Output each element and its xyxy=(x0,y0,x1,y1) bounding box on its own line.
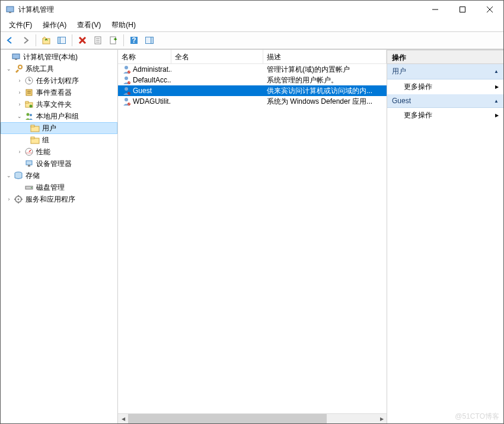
svg-point-47 xyxy=(125,66,128,69)
expand-icon[interactable]: › xyxy=(15,88,24,97)
tree-storage[interactable]: ⌄ 存储 xyxy=(1,170,117,181)
tree-root[interactable]: 计算机管理(本地) xyxy=(1,51,117,63)
list-row[interactable]: Guest供来宾访问计算机或访问域的内... xyxy=(118,85,387,96)
scroll-left-icon[interactable]: ◀ xyxy=(118,414,128,423)
tree-local-users[interactable]: ⌄ 本地用户和组 xyxy=(1,110,117,122)
forward-button[interactable] xyxy=(18,33,33,47)
expand-icon[interactable]: › xyxy=(4,195,14,204)
list-row[interactable]: Administrat...管理计算机(域)的内置帐户 xyxy=(118,64,387,75)
tree-panel[interactable]: 计算机管理(本地) ⌄ 系统工具 › 任务计划程序 › 事件查看器 › 共享文件… xyxy=(1,50,118,423)
user-icon xyxy=(122,86,131,95)
tree-device-manager[interactable]: 设备管理器 xyxy=(1,158,117,170)
tree-users[interactable]: 用户 xyxy=(1,122,117,134)
list-row[interactable]: DefaultAcc...系统管理的用户帐户。 xyxy=(118,75,387,85)
back-button[interactable] xyxy=(3,33,17,47)
expand-icon[interactable]: › xyxy=(15,147,24,157)
titlebar: 计算机管理 xyxy=(1,1,503,18)
menu-help[interactable]: 帮助(H) xyxy=(107,19,141,31)
cell-desc: 系统管理的用户帐户。 xyxy=(263,75,387,85)
scroll-right-icon[interactable]: ▶ xyxy=(377,414,387,423)
performance-icon xyxy=(24,147,34,157)
tree-groups[interactable]: 组 xyxy=(1,134,117,146)
folder-icon xyxy=(30,135,40,145)
close-button[interactable] xyxy=(476,1,503,18)
tree-disk-management[interactable]: 磁盘管理 xyxy=(1,181,117,193)
minimize-button[interactable] xyxy=(422,1,449,18)
show-hide-tree-button[interactable] xyxy=(55,33,69,47)
col-name[interactable]: 名称 xyxy=(118,50,171,63)
action-more-users[interactable]: 更多操作 ▶ xyxy=(387,79,503,94)
svg-rect-20 xyxy=(12,54,20,59)
help-button[interactable]: ? xyxy=(127,33,141,47)
svg-point-51 xyxy=(125,87,128,91)
section-label: 用户 xyxy=(392,66,406,76)
svg-point-32 xyxy=(27,113,30,116)
cell-name: Guest xyxy=(133,87,152,95)
collapse-icon: ▲ xyxy=(494,69,499,74)
svg-rect-37 xyxy=(31,137,34,139)
tree-task-scheduler[interactable]: › 任务计划程序 xyxy=(1,75,117,87)
col-desc[interactable]: 描述 xyxy=(263,50,387,63)
svg-rect-30 xyxy=(25,101,28,103)
collapse-icon[interactable]: ⌄ xyxy=(4,171,14,180)
delete-button[interactable] xyxy=(75,33,90,47)
toolbar-separator xyxy=(123,34,124,46)
menu-view[interactable]: 查看(V) xyxy=(72,19,106,31)
tree-label: 共享文件夹 xyxy=(36,100,72,110)
collapse-icon[interactable]: ⌄ xyxy=(4,64,14,74)
list-row[interactable]: WDAGUtilit...系统为 Windows Defender 应用... xyxy=(118,96,387,107)
tree-services-apps[interactable]: › 服务和应用程序 xyxy=(1,193,117,205)
svg-point-44 xyxy=(31,187,32,189)
action-section-users[interactable]: 用户 ▲ xyxy=(387,64,503,79)
action-more-guest[interactable]: 更多操作 ▶ xyxy=(387,108,503,123)
action-label: 更多操作 xyxy=(404,110,432,120)
shared-folder-icon xyxy=(24,100,34,109)
export-button[interactable] xyxy=(106,33,120,47)
svg-rect-35 xyxy=(31,125,34,127)
submenu-icon: ▶ xyxy=(495,84,499,90)
tree-performance[interactable]: › 性能 xyxy=(1,146,117,158)
scroll-thumb[interactable] xyxy=(128,414,327,423)
list-body[interactable]: Administrat...管理计算机(域)的内置帐户DefaultAcc...… xyxy=(118,64,387,413)
up-button[interactable] xyxy=(39,33,53,47)
user-icon xyxy=(122,75,131,85)
menu-action[interactable]: 操作(A) xyxy=(38,19,71,31)
svg-rect-21 xyxy=(15,59,17,60)
tree-label: 存储 xyxy=(25,171,40,181)
col-fullname[interactable]: 全名 xyxy=(171,50,263,63)
tree-shared-folders[interactable]: › 共享文件夹 xyxy=(1,98,117,110)
device-icon xyxy=(24,159,34,168)
svg-rect-26 xyxy=(26,90,32,95)
window-controls xyxy=(422,1,503,18)
collapse-icon[interactable]: ⌄ xyxy=(15,111,24,121)
tree-label: 任务计划程序 xyxy=(36,76,79,86)
maximize-button[interactable] xyxy=(449,1,476,18)
users-group-icon xyxy=(24,111,34,121)
section-label: Guest xyxy=(392,97,411,105)
action-section-guest[interactable]: Guest ▲ xyxy=(387,94,503,108)
svg-rect-3 xyxy=(460,7,465,12)
expand-icon[interactable]: › xyxy=(15,76,24,85)
svg-point-53 xyxy=(125,98,128,101)
actions-header: 操作 xyxy=(387,50,503,64)
svg-point-22 xyxy=(18,65,22,69)
action-label: 更多操作 xyxy=(404,82,432,92)
toolbar-separator xyxy=(72,34,72,46)
cell-desc: 管理计算机(域)的内置帐户 xyxy=(263,65,387,75)
computer-icon xyxy=(11,52,21,62)
expand-icon[interactable]: › xyxy=(15,100,24,109)
cell-name: DefaultAcc... xyxy=(133,76,171,84)
show-hide-action-button[interactable] xyxy=(142,33,157,47)
tree-system-tools[interactable]: ⌄ 系统工具 xyxy=(1,63,117,75)
properties-button[interactable] xyxy=(91,33,105,47)
menu-file[interactable]: 文件(F) xyxy=(4,19,37,31)
list-panel: 名称 全名 描述 Administrat...管理计算机(域)的内置帐户Defa… xyxy=(118,50,387,423)
tree-event-viewer[interactable]: › 事件查看器 xyxy=(1,87,117,98)
user-icon xyxy=(122,97,131,106)
expand-icon xyxy=(2,52,11,62)
toolbar: ? xyxy=(1,31,503,49)
tree-label: 组 xyxy=(42,135,49,145)
horizontal-scrollbar[interactable]: ◀ ▶ xyxy=(118,413,387,423)
svg-rect-1 xyxy=(9,12,11,13)
services-icon xyxy=(14,195,23,204)
